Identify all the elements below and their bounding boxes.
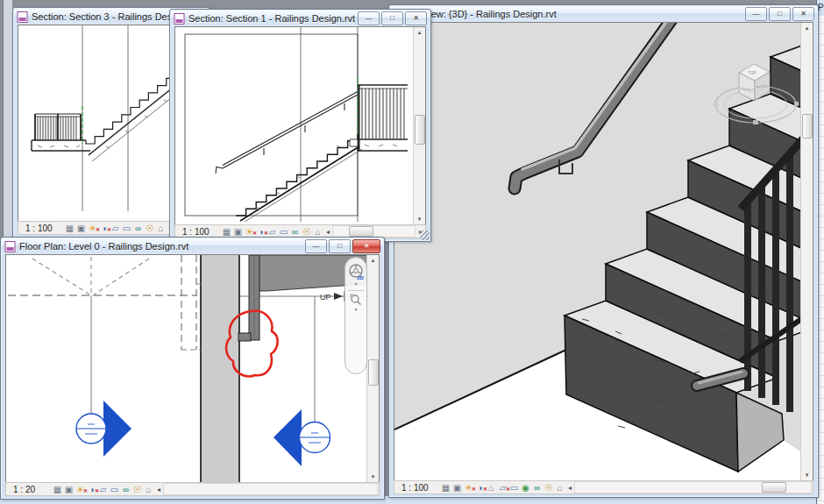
temporary-hide-isolate-icon[interactable]: ∞ <box>531 482 543 493</box>
temporary-hide-isolate-icon[interactable]: ∞ <box>120 484 131 495</box>
resize-grip[interactable] <box>420 231 430 240</box>
maximize-button[interactable]: □ <box>381 11 403 25</box>
chevron-down-icon[interactable]: ▾ <box>354 306 357 313</box>
close-button[interactable]: ✕ <box>405 11 427 25</box>
close-button[interactable]: ✕ <box>352 239 380 253</box>
close-button[interactable]: ✕ <box>792 7 814 21</box>
show-crop-region-icon[interactable]: ▭ <box>121 223 132 234</box>
scroll-thumb[interactable] <box>762 482 786 493</box>
horizontal-scrollbar[interactable] <box>163 483 378 495</box>
reveal-hidden-elements-icon[interactable]: ☉ <box>131 484 143 495</box>
scroll-up-icon[interactable]: ▴ <box>801 23 813 33</box>
steering-wheel-2d-label: 2D <box>357 275 364 280</box>
scroll-up-icon[interactable]: ▴ <box>414 27 425 38</box>
window-title: 3D View: {3D} - Railings Design.rvt <box>408 9 743 19</box>
scroll-left-icon[interactable]: ◂ <box>154 486 163 493</box>
crop-view-icon[interactable]: ▱✕ <box>497 482 508 493</box>
window-section1[interactable]: Section: Section 1 - Railings Design.rvt… <box>169 9 431 242</box>
temporary-hide-isolate-icon[interactable]: ∞ <box>289 226 301 238</box>
scroll-thumb[interactable] <box>802 114 813 138</box>
viewport-3d[interactable]: TOP FRONT RIGHT ▴ ▾ <box>394 22 813 481</box>
window-floorplan[interactable]: Floor Plan: Level 0 - Railings Design.rv… <box>0 237 385 500</box>
window-title: Floor Plan: Level 0 - Railings Design.rv… <box>19 241 303 252</box>
visual-style-icon[interactable]: ▣ <box>75 223 87 234</box>
zoom-tool-icon[interactable] <box>350 294 362 306</box>
scroll-thumb[interactable] <box>368 359 379 386</box>
visual-style-icon[interactable]: ▣ <box>63 484 75 495</box>
detail-level-icon[interactable]: ▦ <box>52 484 63 495</box>
minimize-button[interactable]: — <box>745 7 767 21</box>
horizontal-scrollbar[interactable] <box>574 481 812 493</box>
shadows-icon[interactable]: ◑✕ <box>98 223 110 234</box>
vertical-scrollbar[interactable]: ▴ ▾ <box>800 23 813 480</box>
worksharing-display-icon[interactable]: ⌂ <box>554 482 565 493</box>
navigation-bar[interactable]: 2D ▾ ▾ <box>345 257 367 374</box>
minimize-button[interactable]: — <box>305 239 327 253</box>
revit-workspace: { "app": {"top_strip_color": "#8d9097", … <box>0 0 824 504</box>
scroll-down-icon[interactable]: ▾ <box>367 472 379 482</box>
scroll-down-icon[interactable]: ▾ <box>801 470 813 480</box>
temporary-hide-isolate-icon[interactable]: ∞ <box>132 223 144 234</box>
rvt-file-icon <box>4 241 16 252</box>
rendering-dialog-icon[interactable]: ♨ <box>486 482 497 493</box>
visual-style-icon[interactable]: ▣ <box>232 226 244 238</box>
horizontal-scrollbar[interactable] <box>332 225 416 238</box>
sun-path-icon[interactable]: ☀✕ <box>75 484 86 495</box>
show-crop-region-icon[interactable]: ▭ <box>109 484 120 495</box>
scroll-down-icon[interactable]: ▾ <box>414 214 425 224</box>
chevron-down-icon[interactable]: ▾ <box>354 280 357 287</box>
reveal-hidden-elements-icon[interactable]: ☉ <box>301 226 312 238</box>
crop-view-icon[interactable]: ▱ <box>266 226 278 238</box>
unlocked-3d-view-icon[interactable]: ◉ <box>520 482 531 493</box>
titlebar-3d[interactable]: 3D View: {3D} - Railings Design.rvt — □ … <box>390 6 817 22</box>
shadows-icon[interactable]: ◑✕ <box>474 482 486 493</box>
app-edge-strip <box>3 0 12 238</box>
close-icon: ✕ <box>413 15 419 22</box>
worksharing-display-icon[interactable]: ⌂ <box>143 484 154 495</box>
maximize-button[interactable]: □ <box>769 7 791 21</box>
3d-drawing: TOP FRONT RIGHT <box>394 23 806 479</box>
scale-button[interactable]: 1 : 100 <box>175 227 221 237</box>
viewcube-top-label: TOP <box>748 71 756 75</box>
scale-button[interactable]: 1 : 100 <box>394 483 440 493</box>
crop-view-icon[interactable]: ▱ <box>110 223 121 234</box>
scroll-left-icon[interactable]: ◂ <box>565 484 574 492</box>
window-3d-view[interactable]: 3D View: {3D} - Railings Design.rvt — □ … <box>388 4 819 498</box>
crop-view-icon[interactable]: ▱ <box>97 484 109 495</box>
floorplan-drawing: UP <box>6 255 367 483</box>
scroll-thumb[interactable] <box>415 115 425 145</box>
shadows-icon[interactable]: ◑✕ <box>86 484 97 495</box>
show-crop-region-icon[interactable]: ▭ <box>508 482 520 493</box>
window-title: Section: Section 1 - Railings Design.rvt <box>188 13 356 24</box>
worksharing-display-icon[interactable]: ⌂ <box>312 226 323 238</box>
vertical-scrollbar[interactable]: ▴ ▾ <box>366 255 379 482</box>
scale-button[interactable]: 1 : 100 <box>18 224 64 233</box>
up-label: UP <box>320 293 331 302</box>
minimize-icon: — <box>313 243 320 250</box>
worksharing-display-icon[interactable]: ⌂ <box>155 223 167 234</box>
maximize-button[interactable]: □ <box>329 239 351 253</box>
titlebar-section1[interactable]: Section: Section 1 - Railings Design.rvt… <box>171 11 430 26</box>
scroll-thumb[interactable] <box>349 226 373 237</box>
titlebar-floorplan[interactable]: Floor Plan: Level 0 - Railings Design.rv… <box>2 238 383 254</box>
minimize-button[interactable]: — <box>358 11 380 25</box>
scroll-up-icon[interactable]: ▴ <box>367 255 379 266</box>
reveal-hidden-elements-icon[interactable]: ☉ <box>144 223 155 234</box>
detail-level-icon[interactable]: ▦ <box>64 223 75 234</box>
vertical-scrollbar[interactable]: ▴ ▾ <box>413 27 425 224</box>
sun-path-icon[interactable]: ☀✕ <box>244 226 255 238</box>
viewport-floorplan[interactable]: UP ▴ ▾ <box>5 254 380 483</box>
scale-button[interactable]: 1 : 20 <box>6 485 52 494</box>
sun-path-icon[interactable]: ☀✕ <box>463 482 474 493</box>
visual-style-icon[interactable]: ▣ <box>451 482 463 493</box>
detail-level-icon[interactable]: ▦ <box>221 226 232 238</box>
rvt-file-icon <box>17 11 28 23</box>
detail-level-icon[interactable]: ▦ <box>440 482 451 493</box>
viewport-section1[interactable]: ▴ ▾ <box>174 26 426 225</box>
sun-path-icon[interactable]: ☀✕ <box>87 223 98 234</box>
maximize-icon: □ <box>778 11 782 18</box>
scroll-left-icon[interactable]: ◂ <box>323 228 332 236</box>
shadows-icon[interactable]: ◑✕ <box>255 226 266 238</box>
show-crop-region-icon[interactable]: ▭ <box>278 226 289 238</box>
reveal-hidden-elements-icon[interactable]: ☉ <box>543 482 554 493</box>
